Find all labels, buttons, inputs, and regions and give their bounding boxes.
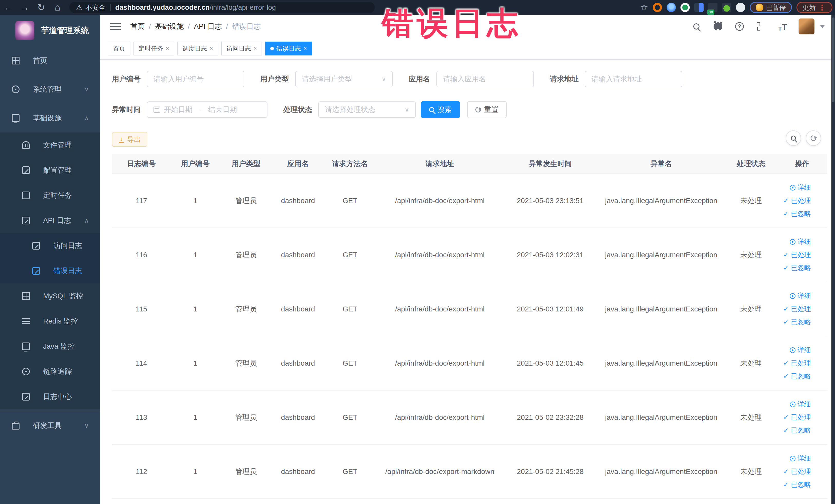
processed-link[interactable]: ✓已处理 (783, 467, 811, 476)
ignored-link[interactable]: ✓已忽略 (783, 318, 811, 327)
exception-time-range-picker[interactable]: 开始日期 - 结束日期 (147, 101, 267, 118)
browser-forward-icon[interactable]: → (16, 2, 33, 13)
user-type-select[interactable]: 请选择用户类型 ∨ (295, 71, 393, 87)
extension-icon-orange-ring[interactable] (653, 3, 662, 12)
breadcrumb-home[interactable]: 首页 (130, 22, 145, 31)
scrollbar-thumb[interactable] (832, 18, 834, 102)
sidebar-collapse-icon[interactable] (110, 22, 121, 31)
avatar-caret-down-icon[interactable] (820, 25, 825, 28)
breadcrumb-api-log[interactable]: API 日志 (194, 22, 222, 31)
ignored-link[interactable]: ✓已忽略 (783, 209, 811, 218)
refresh-table-button[interactable] (806, 130, 821, 146)
toggle-search-button[interactable] (786, 130, 801, 146)
extension-icon-green-v[interactable] (680, 3, 690, 12)
bookmark-star-icon[interactable]: ☆ (640, 2, 648, 13)
reset-button[interactable]: 重置 (467, 101, 507, 118)
fullscreen-icon[interactable] (755, 21, 767, 32)
request-url-placeholder: 请输入请求地址 (591, 74, 642, 84)
address-bar[interactable]: ⚠ 不安全 dashboard.yudao.iocoder.cn /infra/… (69, 2, 375, 13)
ignored-link[interactable]: ✓已忽略 (783, 372, 811, 381)
sidebar-item-home[interactable]: 首页 (0, 46, 100, 75)
process-status-select[interactable]: 请选择处理状态 ∨ (318, 101, 416, 118)
sidebar-item-error-log[interactable]: 错误日志 (0, 258, 100, 283)
browser-menu-dots-icon[interactable]: ⋮ (818, 3, 827, 12)
log-edit-icon (32, 267, 40, 275)
sidebar-item-infrastructure[interactable]: 基础设施 ∧ (0, 104, 100, 133)
app-name-input[interactable]: 请输入应用名 (436, 71, 534, 87)
sidebar-item-config-management[interactable]: 配置管理 (0, 158, 100, 183)
eye-icon (790, 456, 795, 461)
sidebar-item-java-monitor[interactable]: Java 监控 (0, 334, 100, 359)
tab-access-log[interactable]: 访问日志 × (221, 42, 262, 56)
tab-error-log[interactable]: 错误日志 × (265, 42, 312, 56)
sidebar-item-label: 首页 (33, 56, 47, 65)
eye-icon (790, 347, 795, 353)
sidebar-item-system[interactable]: 系统管理 ∨ (0, 75, 100, 104)
not-secure-label[interactable]: 不安全 (85, 3, 105, 12)
sidebar-item-api-log[interactable]: API 日志 ∧ (0, 208, 100, 233)
date-start-placeholder: 开始日期 (164, 105, 192, 115)
detail-link[interactable]: 详细 (790, 454, 811, 463)
sidebar-item-mysql-monitor[interactable]: MySQL 监控 (0, 283, 100, 309)
close-icon[interactable]: × (210, 45, 213, 52)
col-app-name: 应用名 (272, 154, 324, 174)
paused-button[interactable]: 已暂停 (750, 2, 792, 13)
close-icon[interactable]: × (253, 45, 257, 52)
request-url-label: 请求地址 (550, 74, 578, 84)
browser-back-icon[interactable]: ← (0, 2, 16, 13)
ignored-link[interactable]: ✓已忽略 (783, 426, 811, 435)
tab-home[interactable]: 首页 (108, 42, 130, 56)
processed-link[interactable]: ✓已处理 (783, 196, 811, 205)
detail-link[interactable]: 详细 (790, 400, 811, 409)
check-icon: ✓ (783, 210, 789, 218)
breadcrumb-infrastructure[interactable]: 基础设施 (155, 22, 184, 31)
request-url-input[interactable]: 请输入请求地址 (585, 71, 682, 87)
processed-link[interactable]: ✓已处理 (783, 250, 811, 259)
detail-link[interactable]: 详细 (790, 183, 811, 192)
user-id-input[interactable]: 请输入用户编号 (147, 71, 244, 87)
close-icon[interactable]: × (304, 45, 307, 52)
close-icon[interactable]: × (166, 45, 169, 52)
sidebar-item-redis-monitor[interactable]: Redis 监控 (0, 309, 100, 334)
detail-link[interactable]: 详细 (790, 346, 811, 355)
processed-link[interactable]: ✓已处理 (783, 304, 811, 314)
sidebar-item-scheduled-tasks[interactable]: 定时任务 (0, 183, 100, 208)
check-icon: ✓ (783, 197, 789, 205)
detail-link[interactable]: 详细 (790, 237, 811, 246)
scrollbar[interactable] (831, 15, 835, 504)
browser-home-icon[interactable]: ⌂ (49, 2, 66, 13)
sidebar-item-file-management[interactable]: 文件管理 (0, 133, 100, 158)
processed-link[interactable]: ✓已处理 (783, 413, 811, 422)
app-logo-row[interactable]: 芋道管理系统 (0, 15, 100, 46)
extension-icon-grid[interactable] (694, 3, 704, 12)
tab-scheduled-tasks[interactable]: 定时任务 × (134, 42, 174, 56)
font-size-icon[interactable]: TT (777, 21, 788, 32)
ignored-link[interactable]: ✓已忽略 (783, 480, 811, 489)
export-button[interactable]: ↓ 导出 (112, 132, 147, 147)
extension-icon-sprout[interactable] (722, 3, 731, 12)
url-divider (110, 4, 110, 11)
sidebar-item-dev-tools[interactable]: 研发工具 ∨ (0, 411, 100, 440)
sidebar-item-access-log[interactable]: 访问日志 (0, 233, 100, 258)
processed-link[interactable]: ✓已处理 (783, 359, 811, 368)
help-icon[interactable]: ? (734, 21, 745, 32)
avatar[interactable] (798, 19, 814, 35)
extension-icon-on-badge[interactable]: on (708, 3, 717, 12)
tab-schedule-log[interactable]: 调度日志 × (177, 42, 218, 56)
update-button[interactable]: 更新 ⋮ (796, 2, 832, 13)
ignored-link[interactable]: ✓已忽略 (783, 263, 811, 273)
status-text: 未处理 (726, 282, 777, 336)
sidebar-item-label: 配置管理 (43, 165, 72, 175)
search-icon[interactable] (691, 21, 702, 32)
extension-icon-blue-pin[interactable] (667, 3, 676, 12)
extension-icon-puzzle[interactable] (736, 3, 745, 12)
github-icon[interactable] (712, 21, 724, 32)
tab-label: 访问日志 (226, 44, 251, 53)
detail-link[interactable]: 详细 (790, 291, 811, 300)
filter-row-2: 异常时间 开始日期 - 结束日期 处理状态 请选择处理状态 ∨ 搜索 重置 (112, 101, 835, 118)
browser-reload-icon[interactable]: ↻ (33, 2, 49, 13)
search-button[interactable]: 搜索 (421, 101, 460, 118)
sidebar-item-log-center[interactable]: 日志中心 (0, 384, 100, 409)
header-actions: ? TT (691, 19, 825, 35)
sidebar-item-trace[interactable]: 链路追踪 (0, 359, 100, 384)
